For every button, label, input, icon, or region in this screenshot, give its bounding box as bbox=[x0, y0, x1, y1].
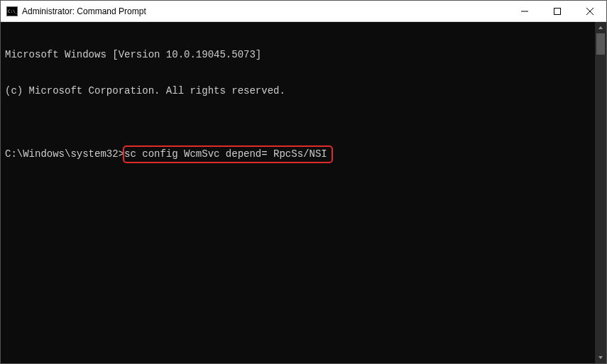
maximize-icon bbox=[554, 8, 561, 15]
scroll-up-button[interactable] bbox=[595, 22, 606, 33]
window-title: Administrator: Command Prompt bbox=[22, 6, 146, 16]
prompt-line: C:\Windows\system32>sc config WcmSvc dep… bbox=[5, 145, 591, 163]
svg-rect-1 bbox=[554, 8, 561, 14]
titlebar[interactable]: Administrator: Command Prompt bbox=[1, 1, 606, 22]
cmd-icon bbox=[6, 6, 18, 16]
prompt-path: C:\Windows\system32> bbox=[5, 148, 124, 160]
version-line: Microsoft Windows [Version 10.0.19045.50… bbox=[5, 49, 591, 61]
chevron-up-icon bbox=[598, 25, 603, 31]
chevron-down-icon bbox=[598, 355, 603, 360]
close-icon bbox=[586, 8, 594, 15]
copyright-line: (c) Microsoft Corporation. All rights re… bbox=[5, 85, 591, 97]
title-left: Administrator: Command Prompt bbox=[1, 6, 508, 16]
terminal-output[interactable]: Microsoft Windows [Version 10.0.19045.50… bbox=[1, 22, 595, 363]
close-button[interactable] bbox=[574, 1, 606, 21]
command-text: sc config WcmSvc depend= RpcSs/NSI bbox=[124, 148, 327, 160]
vertical-scrollbar[interactable] bbox=[595, 22, 606, 363]
svg-marker-5 bbox=[598, 356, 603, 359]
minimize-button[interactable] bbox=[508, 1, 541, 21]
svg-marker-4 bbox=[598, 26, 603, 29]
command-highlight: sc config WcmSvc depend= RpcSs/NSI bbox=[123, 145, 333, 163]
maximize-button[interactable] bbox=[541, 1, 574, 21]
scroll-down-button[interactable] bbox=[595, 352, 606, 363]
command-prompt-window: Administrator: Command Prompt Microsoft … bbox=[0, 0, 607, 364]
window-controls bbox=[508, 1, 606, 21]
minimize-icon bbox=[521, 8, 528, 15]
terminal-area[interactable]: Microsoft Windows [Version 10.0.19045.50… bbox=[1, 22, 606, 363]
scroll-thumb[interactable] bbox=[596, 33, 605, 55]
